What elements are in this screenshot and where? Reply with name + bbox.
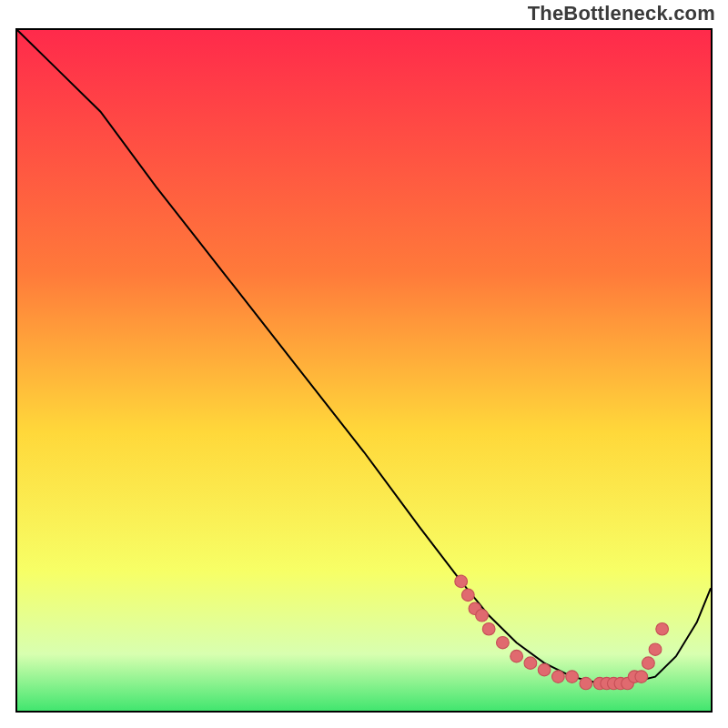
curve-layer — [17, 30, 711, 711]
highlight-dot — [476, 610, 489, 622]
highlight-dot — [566, 671, 579, 682]
watermark-text: TheBottleneck.com — [528, 2, 715, 25]
bottleneck-curve — [17, 30, 711, 683]
highlight-dot — [524, 657, 537, 669]
highlight-dot — [635, 671, 648, 682]
highlight-dot — [455, 575, 468, 587]
highlight-dot — [511, 650, 523, 662]
highlight-dot — [656, 623, 669, 635]
highlight-dot — [649, 643, 662, 655]
highlight-dot — [461, 589, 474, 601]
highlight-dot — [642, 657, 655, 669]
highlight-dot — [497, 636, 510, 648]
highlight-dot — [538, 663, 551, 675]
chart-frame: TheBottleneck.com — [0, 0, 728, 728]
highlight-dot — [580, 677, 592, 689]
highlight-dot — [482, 623, 495, 635]
marker-group — [455, 575, 669, 690]
highlight-dot — [552, 671, 565, 682]
plot-area — [15, 28, 713, 713]
